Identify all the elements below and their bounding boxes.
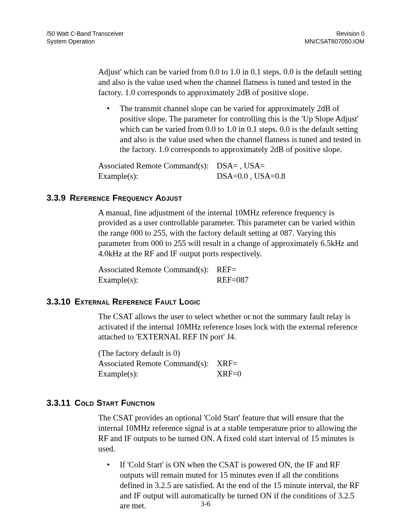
section-3310-body: The CSAT allows the user to select wheth… — [98, 311, 364, 379]
command-value: DSA= , USA= — [217, 161, 364, 171]
example-label: Example(s): — [98, 171, 217, 181]
section-number: 3.3.11 — [47, 398, 71, 408]
example-value: XRF=0 — [217, 369, 364, 379]
command-label: Associated Remote Command(s): — [98, 358, 217, 369]
command-row: Associated Remote Command(s): REF= — [98, 264, 364, 275]
bullet-item: • The transmit channel slope can be vari… — [107, 103, 364, 155]
section-title: Reference Frequency Adjust — [70, 193, 182, 202]
section-paragraph: The CSAT provides an optional 'Cold Star… — [98, 413, 364, 454]
section-number: 3.3.10 — [47, 297, 71, 306]
section-number: 3.3.9 — [47, 193, 65, 202]
section-heading-3310: 3.3.10 External Reference Fault Logic — [47, 296, 364, 307]
section-title: External Reference Fault Logic — [75, 297, 200, 306]
example-value: DSA=0.0 , USA=0.8 — [217, 171, 364, 181]
section-heading-3311: 3.3.11 Cold Start Function — [47, 398, 364, 408]
command-block: (The factory default is 0) Associated Re… — [98, 348, 364, 379]
example-label: Example(s): — [98, 275, 217, 285]
command-row: Associated Remote Command(s): DSA= , USA… — [98, 161, 364, 171]
factory-default-note: (The factory default is 0) — [98, 348, 364, 358]
header-doc-title: /50 Watt C-Band Transceiver — [47, 30, 124, 38]
bullet-icon: • — [107, 103, 120, 155]
command-value: XRF= — [217, 358, 364, 369]
command-block: Associated Remote Command(s): DSA= , USA… — [98, 161, 364, 181]
command-row: Associated Remote Command(s): XRF= — [98, 358, 364, 369]
header-revision: Revision 0 — [305, 30, 364, 38]
command-block: Associated Remote Command(s): REF= Examp… — [98, 264, 364, 285]
command-label: Associated Remote Command(s): — [98, 264, 217, 275]
section-339-body: A manual, fine adjustment of the interna… — [98, 208, 364, 285]
header-left: /50 Watt C-Band Transceiver System Opera… — [47, 30, 124, 45]
example-row: Example(s): XRF=0 — [98, 369, 364, 379]
header-section: System Operation — [47, 38, 124, 46]
section-title: Cold Start Function — [75, 398, 155, 408]
header-right: Revision 0 MN/CSAT607050.IOM — [305, 30, 364, 45]
command-label: Associated Remote Command(s): — [98, 161, 217, 171]
example-row: Example(s): DSA=0.0 , USA=0.8 — [98, 171, 364, 181]
header-docnum: MN/CSAT607050.IOM — [305, 38, 364, 46]
command-value: REF= — [217, 264, 364, 275]
continuation-paragraph: Adjust' which can be varied from 0.0 to … — [98, 67, 364, 97]
page-number: 3-6 — [0, 499, 411, 508]
document-page: /50 Watt C-Band Transceiver System Opera… — [0, 0, 411, 532]
section-3311-body: The CSAT provides an optional 'Cold Star… — [98, 413, 364, 511]
bullet-text: The transmit channel slope can be varied… — [120, 103, 364, 155]
section-paragraph: The CSAT allows the user to select wheth… — [98, 311, 364, 342]
page-header: /50 Watt C-Band Transceiver System Opera… — [47, 30, 364, 45]
section-paragraph: A manual, fine adjustment of the interna… — [98, 208, 364, 259]
example-row: Example(s): REF=087 — [98, 275, 364, 285]
section-heading-339: 3.3.9 Reference Frequency Adjust — [47, 193, 364, 203]
example-label: Example(s): — [98, 369, 217, 379]
continuation-block: Adjust' which can be varied from 0.0 to … — [98, 67, 364, 181]
example-value: REF=087 — [217, 275, 364, 285]
